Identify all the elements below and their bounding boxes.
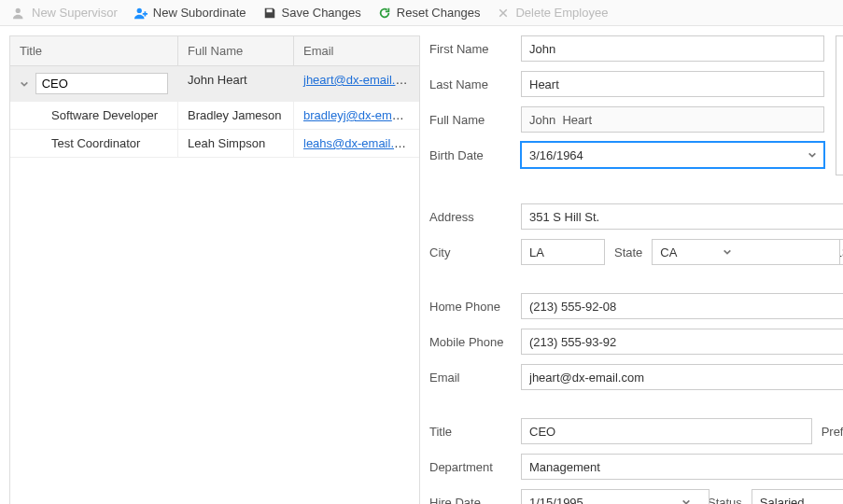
save-icon [263,7,276,20]
homephone-input[interactable] [521,293,843,319]
firstname-label: First Name [429,42,512,56]
col-title[interactable]: Title [10,36,178,65]
table-row[interactable]: Test Coordinator Leah Simpson leahs@dx-e… [10,130,419,158]
employee-photo [836,35,843,175]
refresh-icon [378,7,391,20]
firstname-input[interactable] [521,35,824,62]
email-link[interactable]: bradleyj@dx-email.com [303,108,419,122]
new-subordinate-button[interactable]: New Subordinate [134,6,246,20]
toolbar: New Supervisor New Subordinate Save Chan… [0,0,843,26]
delete-employee-label: Delete Employee [515,6,608,20]
title-cell: Software Developer [10,102,178,129]
city-label: City [429,245,512,259]
mobilephone-label: Mobile Phone [429,335,512,349]
email-input[interactable] [521,364,843,390]
lastname-label: Last Name [429,77,512,91]
fullname-cell: Bradley Jameson [178,102,294,129]
mobilephone-input[interactable] [521,329,843,355]
prefix-label: Prefix [822,425,843,439]
grid-header: Title Full Name Email [10,36,419,66]
save-changes-label: Save Changes [282,6,361,20]
department-label: Department [429,460,512,474]
fullname-label: Full Name [429,113,512,127]
col-email[interactable]: Email [294,36,419,65]
delete-employee-button: Delete Employee [497,6,608,20]
reset-changes-label: Reset Changes [397,6,481,20]
employee-tree: Title Full Name Email John Heart jheart@… [9,35,420,504]
email-label: Email [429,371,512,385]
title-label: Title [429,425,512,439]
title-cell-input[interactable] [35,73,168,94]
status-input[interactable] [752,489,843,504]
homephone-label: Home Phone [429,300,512,314]
reset-changes-button[interactable]: Reset Changes [378,6,481,20]
person-plus-icon [134,7,148,20]
table-row[interactable]: John Heart jheart@dx-email.com [10,66,419,102]
address-label: Address [429,210,512,224]
svg-point-1 [136,7,141,12]
employee-form: First Name Last Name Full Name Birth Dat… [429,35,843,504]
fullname-cell: John Heart [178,66,294,101]
department-input[interactable] [521,454,843,480]
chevron-down-icon[interactable] [20,79,30,89]
col-fullname[interactable]: Full Name [178,36,294,65]
new-supervisor-button: New Supervisor [13,6,118,20]
table-row[interactable]: Software Developer Bradley Jameson bradl… [10,102,419,130]
email-link[interactable]: leahs@dx-email.com [303,136,417,150]
title-input[interactable] [521,418,812,444]
fullname-input [521,106,824,133]
address-input[interactable] [521,203,843,230]
hiredate-label: Hire Date [429,496,512,505]
state-input[interactable] [652,239,840,265]
status-label: Status [708,496,742,505]
birthdate-input[interactable] [521,142,824,168]
email-link[interactable]: jheart@dx-email.com [303,73,418,87]
new-supervisor-label: New Supervisor [32,6,118,20]
svg-point-0 [16,7,21,12]
hiredate-input[interactable] [521,489,710,504]
save-changes-button[interactable]: Save Changes [263,6,361,20]
fullname-cell: Leah Simpson [178,130,294,157]
lastname-input[interactable] [521,71,824,97]
title-cell: Test Coordinator [10,130,178,157]
new-subordinate-label: New Subordinate [153,6,246,20]
person-icon [13,7,26,20]
city-input[interactable] [521,239,605,265]
close-icon [497,7,510,20]
birthdate-label: Birth Date [429,148,512,162]
state-label: State [614,245,642,259]
